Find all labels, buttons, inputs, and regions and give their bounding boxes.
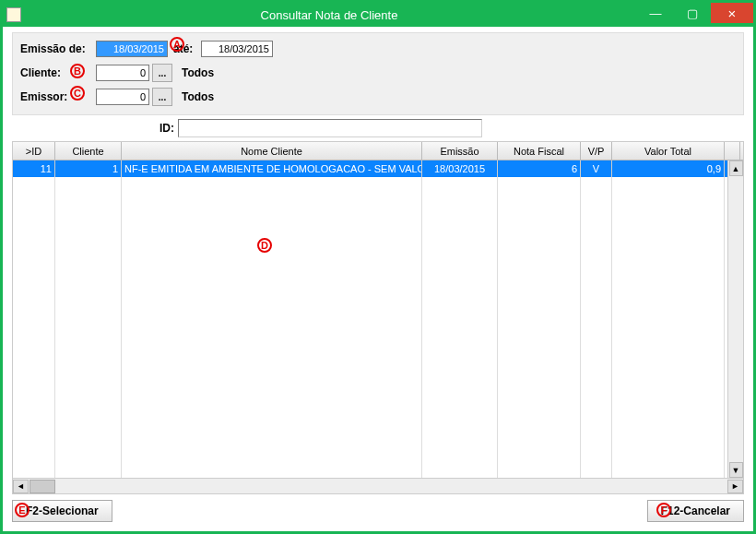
cliente-input[interactable]	[96, 65, 149, 81]
filter-panel: Emissão de: até: Cliente: ... Todos Emis…	[12, 32, 744, 115]
grid-body[interactable]: 11 1 NF-E EMITIDA EM AMBIENTE DE HOMOLOG…	[13, 160, 743, 478]
emissao-ate-input[interactable]	[201, 41, 273, 57]
emissor-row: Emissor: ... Todos	[20, 87, 736, 107]
scroll-down-button[interactable]: ▼	[729, 462, 743, 478]
cell-vp: V	[581, 160, 612, 177]
title-bar: Consultar Nota de Cliente — ▢ ×	[3, 3, 753, 27]
content-area: Emissão de: até: Cliente: ... Todos Emis…	[3, 27, 753, 531]
cell-emissao: 18/03/2015	[422, 160, 498, 177]
header-nome[interactable]: Nome Cliente	[122, 142, 422, 160]
cell-valor: 0,9	[612, 160, 725, 177]
cell-id: 11	[13, 160, 55, 177]
id-input[interactable]	[178, 119, 482, 137]
header-nota[interactable]: Nota Fiscal	[498, 142, 581, 160]
header-id[interactable]: >ID	[13, 142, 55, 160]
cliente-lookup-button[interactable]: ...	[152, 64, 172, 82]
grid-header: >ID Cliente Nome Cliente Emissão Nota Fi…	[13, 142, 743, 160]
cancel-button[interactable]: F12-Cancelar	[647, 500, 744, 522]
scroll-up-button[interactable]: ▲	[729, 160, 743, 176]
emissor-todos-label: Todos	[182, 90, 214, 103]
cell-nota: 6	[498, 160, 581, 177]
grid: >ID Cliente Nome Cliente Emissão Nota Fi…	[12, 141, 744, 494]
close-button[interactable]: ×	[711, 3, 753, 23]
button-bar: F2-Selecionar F12-Cancelar	[12, 500, 744, 522]
emissor-label: Emissor:	[20, 90, 74, 103]
scroll-right-button[interactable]: ►	[727, 480, 743, 493]
cliente-row: Cliente: ... Todos	[20, 63, 736, 83]
header-emissao[interactable]: Emissão	[422, 142, 498, 160]
window-title: Consultar Nota de Cliente	[21, 8, 637, 22]
cell-nome: NF-E EMITIDA EM AMBIENTE DE HOMOLOGACAO …	[122, 160, 422, 177]
select-button[interactable]: F2-Selecionar	[12, 500, 112, 522]
minimize-button[interactable]: —	[637, 3, 674, 23]
emissao-de-label: Emissão de:	[20, 42, 96, 55]
emissao-de-input[interactable]	[96, 41, 168, 57]
maximize-button[interactable]: ▢	[674, 3, 711, 23]
emissor-lookup-button[interactable]: ...	[152, 88, 172, 106]
cliente-label: Cliente:	[20, 66, 72, 79]
scroll-thumb[interactable]	[30, 480, 55, 493]
header-scroll-spacer	[725, 142, 740, 160]
header-cliente[interactable]: Cliente	[55, 142, 122, 160]
emissor-input[interactable]	[96, 89, 149, 105]
cliente-todos-label: Todos	[182, 66, 214, 79]
id-row: ID:	[12, 115, 744, 141]
app-icon	[6, 7, 21, 22]
date-row: Emissão de: até:	[20, 39, 736, 59]
window-controls: — ▢ ×	[637, 3, 753, 23]
header-vp[interactable]: V/P	[581, 142, 612, 160]
table-row[interactable]: 11 1 NF-E EMITIDA EM AMBIENTE DE HOMOLOG…	[13, 160, 743, 177]
scroll-left-button[interactable]: ◄	[13, 480, 29, 493]
header-valor[interactable]: Valor Total	[612, 142, 725, 160]
horizontal-scrollbar[interactable]: ◄ ►	[13, 478, 743, 493]
vertical-scrollbar[interactable]: ▲ ▼	[727, 160, 743, 478]
column-lines	[13, 177, 743, 478]
app-window: Consultar Nota de Cliente — ▢ × Emissão …	[0, 0, 756, 534]
cell-cliente: 1	[55, 160, 122, 177]
id-label: ID:	[159, 122, 174, 135]
ate-label: até:	[173, 42, 201, 55]
